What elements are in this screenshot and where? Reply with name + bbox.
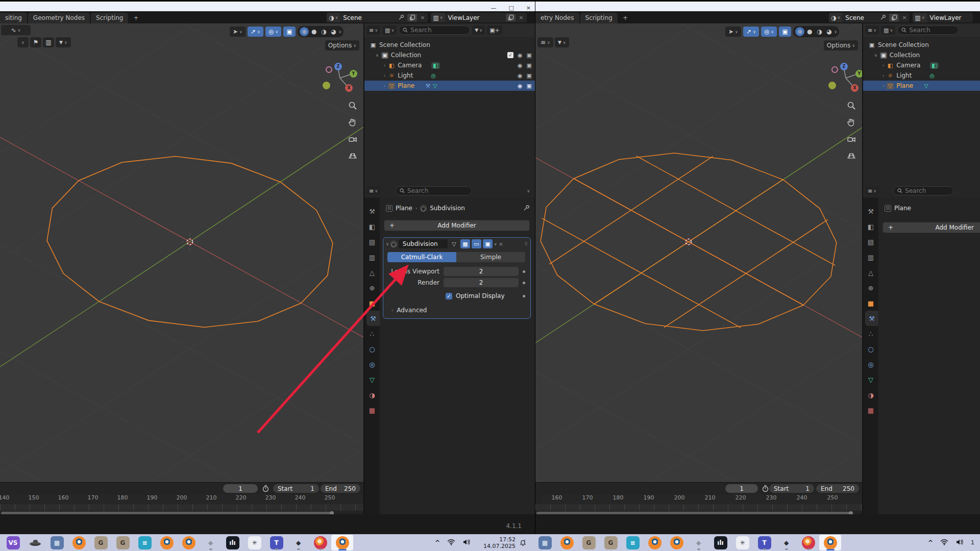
viewport-3d-left[interactable]: ∿∨ ∨ ⚑ ▥ ▼∨ ➤∨ ↗∨ ◎∨ ▣ ⊕ ● ◑ ◕ ∨ Options… xyxy=(0,23,363,482)
levels-viewport-field[interactable]: 2 xyxy=(444,267,519,276)
properties-tab[interactable]: ■ xyxy=(863,295,878,311)
new-collection-button[interactable]: ▣+ xyxy=(487,26,502,35)
taskbar-app-icon[interactable] xyxy=(644,535,666,550)
taskbar-app-icon[interactable]: ✳ xyxy=(243,535,265,550)
timeline-tracks[interactable] xyxy=(0,504,363,511)
subdivided-plane-wireframe[interactable] xyxy=(541,153,837,331)
axis-z-ball[interactable]: Z xyxy=(840,63,848,70)
taskbar-app-icon[interactable] xyxy=(68,535,90,550)
row-collection[interactable]: ∨ ▣ Collection ✓◉▣ xyxy=(364,50,535,60)
properties-search-input[interactable]: Search xyxy=(893,186,953,195)
expand-icon[interactable]: › xyxy=(883,63,884,68)
taskbar-app-icon[interactable]: ◆ xyxy=(287,535,309,550)
taskbar-app-icon[interactable]: G xyxy=(90,535,112,550)
row-scene-collection[interactable]: ▣ Scene Collection xyxy=(863,40,980,50)
end-frame-field[interactable]: End250 xyxy=(321,484,360,493)
properties-tab[interactable]: ▥ xyxy=(863,249,878,265)
window-titlebar[interactable]: — □ × xyxy=(0,0,535,11)
properties-tab[interactable]: ▽ xyxy=(364,372,380,387)
selectability-dropdown[interactable]: ➤∨ xyxy=(230,27,246,37)
outliner-filter-dropdown[interactable]: ▼∨ xyxy=(472,26,485,35)
light-data-icon[interactable]: ◎ xyxy=(929,72,935,79)
axis-neg-ball[interactable] xyxy=(326,66,332,73)
properties-tab[interactable]: ⊕ xyxy=(863,280,878,295)
selectability-dropdown[interactable]: ➤∨ xyxy=(725,27,741,37)
tab-scripting[interactable]: Scripting xyxy=(91,13,128,23)
filter-dropdown[interactable]: ▼∨ xyxy=(56,37,71,47)
properties-tab[interactable]: ⊕ xyxy=(364,280,380,295)
falloff-curve-dropdown[interactable]: ∿∨ xyxy=(1,25,31,35)
tab-geometry-nodes[interactable]: Geometry Nodes xyxy=(28,13,90,23)
properties-tab[interactable]: ◑ xyxy=(364,387,380,403)
taskbar-app-icon[interactable] xyxy=(156,535,178,550)
editor-type-dropdown[interactable]: ≡∨ xyxy=(366,186,380,195)
tool-settings-dropdown[interactable]: ≡∨ xyxy=(537,37,553,47)
breadcrumb-modifier[interactable]: Subdivision xyxy=(430,205,465,212)
properties-tab[interactable]: ⚒ xyxy=(865,311,878,326)
gizmos-dropdown[interactable]: ↗∨ xyxy=(743,27,759,37)
collapse-icon[interactable]: ∨ xyxy=(386,242,389,246)
taskbar-app-icon[interactable] xyxy=(666,535,688,550)
outliner-display-mode-dropdown[interactable]: ≡∨ xyxy=(366,26,380,35)
simple-button[interactable]: Simple xyxy=(456,252,525,262)
mesh-data-icon[interactable]: ▽ xyxy=(924,83,928,89)
mesh-data-icon[interactable]: ▽ xyxy=(433,83,437,89)
properties-tab[interactable]: ▦ xyxy=(863,403,878,418)
tray-expand-icon[interactable]: ^ xyxy=(435,539,440,546)
navigation-gizmo[interactable]: Z Y X xyxy=(824,55,862,96)
add-workspace-button[interactable]: + xyxy=(129,13,142,23)
unlink-scene-icon[interactable]: × xyxy=(420,14,425,21)
properties-tab[interactable]: ○ xyxy=(863,341,878,357)
properties-tab[interactable]: △ xyxy=(863,265,878,280)
render-visibility-icon[interactable]: ▣ xyxy=(527,52,532,59)
taskbar-clock[interactable]: 17:52 14.07.2025 xyxy=(484,534,516,551)
blend-dropdown[interactable]: ∨ xyxy=(17,37,29,47)
pin-icon[interactable] xyxy=(880,14,886,21)
maximize-button[interactable]: □ xyxy=(508,5,513,11)
optimal-display-checkbox[interactable]: ✓ xyxy=(446,293,452,299)
current-frame-field[interactable]: 1 xyxy=(725,484,758,493)
scene-selector[interactable]: ◑∨ Scene × xyxy=(829,13,910,22)
wifi-icon[interactable] xyxy=(940,539,948,547)
properties-tab[interactable]: ■ xyxy=(364,295,380,311)
taskbar-app-icon[interactable]: G xyxy=(112,535,134,550)
outliner-search-input[interactable]: Search xyxy=(897,26,959,35)
taskbar-app-icon[interactable]: ılı xyxy=(709,535,731,550)
taskbar-app-icon[interactable]: ≡ xyxy=(622,535,644,550)
properties-tab[interactable]: ◧ xyxy=(863,219,878,234)
taskbar-app-icon[interactable]: ◆ xyxy=(775,535,797,550)
taskbar-app-icon[interactable]: G xyxy=(578,535,600,550)
taskbar-app-icon[interactable] xyxy=(331,535,353,550)
tab-scripting[interactable]: Scripting xyxy=(580,13,618,23)
viewlayer-name[interactable]: ViewLayer xyxy=(448,14,480,21)
axis-neg-y-ball[interactable] xyxy=(828,82,836,89)
scene-name[interactable]: Scene xyxy=(343,14,362,21)
axis-z-ball[interactable]: Z xyxy=(334,63,342,70)
remove-viewlayer-icon[interactable]: × xyxy=(519,14,523,21)
overlays-dropdown[interactable]: ◎∨ xyxy=(761,27,777,37)
taskbar-app-icon[interactable]: ▦ xyxy=(46,535,68,550)
modifier-name-field[interactable]: Subdivision xyxy=(399,239,448,248)
taskbar-app-icon[interactable]: ✳ xyxy=(731,535,753,550)
tab-compositing-partial[interactable]: siting xyxy=(0,13,27,23)
modifier-wrench-icon[interactable]: ⚒ xyxy=(425,83,430,89)
expand-icon[interactable]: ∨ xyxy=(874,53,877,58)
camera-data-icon[interactable]: ◧ xyxy=(431,62,439,69)
timeline-tracks[interactable] xyxy=(535,504,862,511)
properties-options-icon[interactable]: ∨ xyxy=(527,189,530,193)
stopwatch-icon[interactable] xyxy=(762,485,769,494)
volume-icon[interactable] xyxy=(462,539,471,547)
properties-tab[interactable]: ◑ xyxy=(863,387,878,403)
taskbar-app-icon[interactable]: G xyxy=(600,535,622,550)
properties-tab[interactable]: ▥ xyxy=(364,249,380,265)
new-scene-button[interactable] xyxy=(889,14,899,21)
editor-type-dropdown[interactable]: ≡∨ xyxy=(865,186,879,195)
axis-y-ball[interactable]: Y xyxy=(855,70,862,78)
wifi-icon[interactable] xyxy=(447,539,455,547)
window-titlebar[interactable] xyxy=(535,0,980,11)
delete-modifier-icon[interactable]: × xyxy=(499,241,503,247)
tab-geometry-nodes-partial[interactable]: etry Nodes xyxy=(535,13,579,23)
notification-bell[interactable]: z xyxy=(519,534,527,551)
material-shading-icon[interactable]: ◑ xyxy=(815,27,824,36)
light-data-icon[interactable]: ◎ xyxy=(431,72,436,79)
